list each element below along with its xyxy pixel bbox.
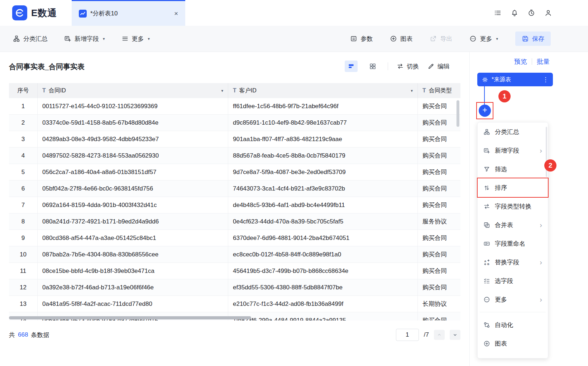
table-row[interactable]: 605bf042a-27f8-4e66-bc0c-9638145fd756746…	[9, 180, 460, 197]
menu-item-automation[interactable]: 自动化	[478, 316, 548, 334]
column-header-contract-type[interactable]: T 合同类型	[418, 83, 460, 98]
data-table: 序号 T 合同ID ▾ T 客户ID ▾ T 合同类型	[9, 83, 460, 321]
table-row[interactable]: 10087bab2a-7b5e-4304-808a-830b68556ceeec…	[9, 246, 460, 263]
table-row[interactable]: 120a392e38-b72f-46ad-b713-a19e06f6f46eef…	[9, 279, 460, 296]
cell-contract-id: 05bf042a-27f8-4e66-bc0c-9638145fd756	[38, 180, 228, 197]
pipeline-sidebar: 预览 批量 *来源表 ⋮ + 1 分类汇总新增字段›筛选排序字段类型转换合并表›…	[470, 52, 588, 366]
table-row[interactable]: 9080cd368-af54-447a-a3ae-051425c84bc1637…	[9, 230, 460, 246]
svg-text:B: B	[487, 263, 489, 266]
text-type-icon: T	[42, 87, 46, 94]
cell-contract-type: 购买合同	[418, 279, 460, 295]
sort-icon	[483, 184, 490, 191]
menu-item-sitemap[interactable]: 分类汇总	[478, 122, 548, 141]
chart-button[interactable]: 图表	[390, 35, 412, 43]
table-row[interactable]: 70692a164-8159-4dda-901b-4003f432d41cde4…	[9, 197, 460, 213]
menu-item-merge[interactable]: 合并表›	[478, 216, 548, 234]
cell-customer-id: 901aa1ba-ff07-4ff7-a836-4821219c9aae	[228, 131, 418, 147]
bell-icon[interactable]	[511, 9, 518, 17]
switch-button[interactable]: 切换	[397, 62, 419, 71]
table-row[interactable]: 5056c2ca7-a186-40a4-a8a6-01b38151df579d7…	[9, 164, 460, 180]
top-bar: E数通 *分析表10 ×	[0, 0, 588, 26]
app-logo[interactable]: E数通	[0, 0, 72, 26]
menu-item-add-field[interactable]: 新增字段›	[478, 141, 548, 160]
export-button[interactable]: 导出	[430, 35, 452, 43]
table-row[interactable]: 130a481a95-5f8f-4a2f-acac-711dcd77ed80e2…	[9, 296, 460, 312]
history-clock-icon[interactable]	[527, 9, 535, 17]
page-down-button[interactable]	[450, 330, 460, 340]
cell-customer-id: 6370dee7-6d96-4881-9014-2ba42b674051	[228, 230, 418, 246]
user-icon[interactable]	[544, 9, 552, 17]
params-button[interactable]: 参数	[350, 35, 373, 43]
save-icon	[522, 35, 529, 42]
tab-analysis-sheet[interactable]: *分析表10 ×	[72, 0, 185, 26]
more-circle-icon	[469, 35, 477, 42]
tab-close-icon[interactable]: ×	[174, 10, 178, 18]
menu-item-replace[interactable]: AB替换字段›	[478, 253, 548, 271]
menu-item-label: 字段类型转换	[495, 202, 531, 211]
column-filter-icon[interactable]: ▾	[221, 88, 223, 93]
node-connector-line	[484, 86, 485, 105]
add-field-label: 新增字段	[75, 35, 99, 43]
text-type-icon: T	[422, 87, 426, 94]
add-step-button[interactable]: +	[479, 105, 491, 117]
table-row[interactable]: 304289ab3-08e3-49d3-9582-4dbb945233e7901…	[9, 131, 460, 148]
cell-index: 5	[9, 164, 38, 180]
add-field-icon	[483, 147, 490, 154]
horizontal-scrollbar[interactable]	[9, 316, 251, 319]
classify-summary-button[interactable]: 分类汇总	[13, 35, 48, 43]
cell-contract-type: 购买合同	[418, 312, 460, 321]
menu-item-more-circle[interactable]: 更多›	[478, 290, 548, 309]
more-options-button[interactable]: 更多 ▾	[469, 35, 498, 43]
source-table-label: *来源表	[492, 76, 511, 83]
chevron-right-icon: ›	[540, 259, 542, 266]
menu-item-chart-plus[interactable]: 图表	[478, 334, 548, 353]
cell-contract-type: 购买合同	[418, 246, 460, 263]
content-area: 合同事实表_合同事实表 切换 编辑	[0, 52, 469, 366]
chevron-down-icon: ▾	[103, 37, 105, 41]
menu-item-rename[interactable]: 字段重命名	[478, 234, 548, 253]
table-row[interactable]: 8080a241d-7372-4921-b171-b9ed2d4a9dd60e4…	[9, 213, 460, 230]
cell-index: 9	[9, 230, 38, 246]
cell-contract-type: 服务协议	[418, 213, 460, 230]
menu-item-convert[interactable]: 字段类型转换	[478, 197, 548, 216]
cell-contract-id: 04289ab3-08e3-49d3-9582-4dbb945233e7	[38, 131, 228, 147]
table-header-row: 序号 T 合同ID ▾ T 客户ID ▾ T 合同类型	[9, 83, 460, 98]
save-button[interactable]: 保存	[515, 32, 551, 46]
app-root: E数通 *分析表10 ×	[0, 0, 588, 366]
source-table-node[interactable]: *来源表 ⋮	[477, 73, 553, 86]
batch-link[interactable]: 批量	[537, 57, 550, 66]
table-row[interactable]: 100115727-e145-44c0-9102-110523699369ff6…	[9, 98, 460, 115]
content-tools: 切换 编辑	[345, 61, 450, 72]
cell-contract-type: 购买合同	[418, 98, 460, 114]
more-menu-button[interactable]: 更多 ▾	[121, 35, 150, 43]
cell-index: 3	[9, 131, 38, 147]
menu-item-filter[interactable]: 筛选	[478, 160, 548, 178]
page-number-input[interactable]	[396, 329, 419, 341]
edit-label: 编辑	[438, 62, 450, 71]
toolbar-right-group: 参数 图表 导出 更多 ▾ 保存	[350, 32, 551, 46]
tab-title: *分析表10	[90, 9, 118, 18]
add-field-button[interactable]: 新增字段 ▾	[64, 35, 105, 43]
column-header-customer-id[interactable]: T 客户ID ▾	[228, 83, 418, 98]
column-header-contract-id[interactable]: T 合同ID ▾	[38, 83, 228, 98]
column-label: 序号	[18, 87, 29, 95]
menu-item-sort[interactable]: 排序	[478, 178, 548, 197]
table-row[interactable]: 1108ce15be-bbfd-4c9b-b18f-39eb03e471ca45…	[9, 263, 460, 279]
table-row[interactable]: 203374c0e-59d1-4158-8ab5-67b48d80d84ed9c…	[9, 115, 460, 131]
more-menu-label: 更多	[132, 35, 144, 43]
kebab-menu-icon[interactable]: ⋮	[542, 76, 549, 83]
column-filter-icon[interactable]: ▾	[411, 88, 413, 93]
menu-item-select-fields[interactable]: 选字段	[478, 271, 548, 290]
table-row[interactable]: 404897502-5828-4273-8184-553aa056293088d…	[9, 148, 460, 164]
column-header-index[interactable]: 序号	[9, 83, 38, 98]
add-field-icon	[64, 35, 71, 42]
task-list-icon[interactable]	[494, 9, 502, 17]
edit-button[interactable]: 编辑	[427, 62, 450, 71]
grid-view-toggle[interactable]	[366, 61, 379, 72]
preview-link[interactable]: 预览	[514, 57, 527, 66]
cell-customer-id: d9c85691-1c10-4ef9-8b42-98e1637cab77	[228, 115, 418, 131]
cell-customer-id: e210c77c-f1c3-44d2-ad08-fb1b36a8499f	[228, 296, 418, 312]
page-up-button[interactable]	[434, 330, 445, 340]
vertical-scrollbar[interactable]	[456, 100, 459, 127]
table-view-toggle[interactable]	[345, 61, 358, 72]
